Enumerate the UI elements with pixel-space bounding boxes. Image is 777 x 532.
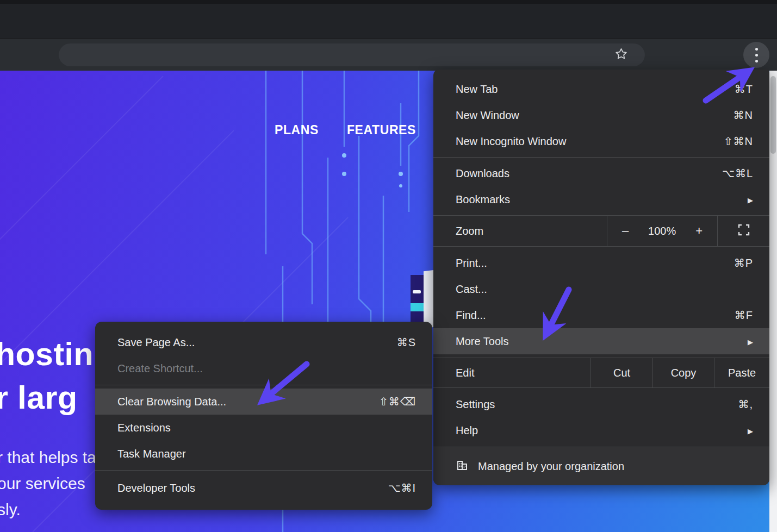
shortcut-label: ⇧⌘⌫ bbox=[379, 395, 416, 408]
managed-label: Managed by your organization bbox=[478, 460, 624, 473]
menu-item-label: Downloads bbox=[456, 167, 722, 180]
menu-item-more-tools[interactable]: More Tools▶ bbox=[433, 328, 769, 354]
submenu-arrow-icon: ▶ bbox=[748, 427, 753, 435]
menu-item-print[interactable]: Print...⌘P bbox=[433, 250, 769, 276]
main-menu-section-3: Print...⌘PCast...Find...⌘FMore Tools▶ bbox=[433, 247, 769, 358]
shortcut-label: ⌘, bbox=[738, 398, 753, 411]
star-outline-icon bbox=[614, 47, 629, 64]
nav-item-plans[interactable]: PLANS bbox=[275, 123, 319, 137]
menu-item-label: Settings bbox=[456, 398, 738, 411]
zoom-out-button[interactable]: – bbox=[622, 224, 629, 238]
menu-item-label: Help bbox=[456, 424, 748, 437]
shortcut-label: ⌘F bbox=[735, 309, 753, 322]
shortcut-label: ⌥⌘L bbox=[722, 167, 753, 180]
nav-item-features[interactable]: FEATURES bbox=[347, 123, 416, 137]
menu-item-extensions[interactable]: Extensions bbox=[95, 415, 432, 441]
menu-item-zoom: Zoom–100%+ bbox=[433, 216, 769, 246]
site-nav: PLANS FEATURES bbox=[275, 123, 416, 137]
hero-heading-line2: r larg bbox=[0, 376, 94, 420]
menu-item-edit: EditCutCopyPaste bbox=[433, 358, 769, 387]
menu-item-label: Create Shortcut... bbox=[117, 362, 416, 375]
menu-item-label: New Window bbox=[456, 109, 734, 122]
menu-item-task-manager[interactable]: Task Manager bbox=[95, 441, 432, 467]
menu-item-label: Save Page As... bbox=[117, 336, 397, 349]
menu-item-label: Cast... bbox=[456, 283, 753, 296]
menu-item-label: Task Manager bbox=[117, 448, 416, 460]
submenu-section-2: Developer Tools⌥⌘I bbox=[95, 471, 432, 510]
browser-chrome bbox=[0, 0, 777, 71]
more-tools-submenu: Save Page As...⌘SCreate Shortcut...Clear… bbox=[95, 322, 432, 510]
submenu-section-1: Clear Browsing Data...⇧⌘⌫ExtensionsTask … bbox=[95, 385, 432, 470]
main-menu-section-0: New Tab⌘TNew Window⌘NNew Incognito Windo… bbox=[433, 70, 769, 157]
menu-item-label: Extensions bbox=[117, 422, 416, 434]
menu-item-label: Developer Tools bbox=[117, 482, 388, 495]
menu-item-label: Bookmarks bbox=[456, 193, 748, 206]
bookmark-star-button[interactable] bbox=[609, 44, 633, 66]
browser-menu-button[interactable] bbox=[743, 42, 769, 68]
edit-label: Edit bbox=[433, 358, 590, 387]
cut-button[interactable]: Cut bbox=[590, 358, 652, 387]
menu-item-settings[interactable]: Settings⌘, bbox=[433, 391, 769, 417]
submenu-arrow-icon: ▶ bbox=[748, 196, 753, 204]
zoom-controls: –100%+ bbox=[607, 216, 717, 246]
shortcut-label: ⌘S bbox=[397, 336, 416, 349]
hero-body-text: r that helps ta our services sly. bbox=[0, 445, 96, 523]
zoom-level-value: 100% bbox=[648, 225, 676, 237]
menu-item-label: Find... bbox=[456, 309, 735, 322]
menu-item-cast[interactable]: Cast... bbox=[433, 276, 769, 302]
browser-toolbar bbox=[0, 39, 777, 71]
hero-heading: hostin r larg bbox=[0, 333, 94, 420]
menu-item-developer-tools[interactable]: Developer Tools⌥⌘I bbox=[95, 475, 432, 501]
menu-item-label: New Incognito Window bbox=[456, 135, 724, 148]
shortcut-label: ⌥⌘I bbox=[388, 481, 416, 495]
menu-item-new-incognito-window[interactable]: New Incognito Window⇧⌘N bbox=[433, 128, 769, 154]
shortcut-label: ⌘T bbox=[735, 83, 753, 96]
shortcut-label: ⇧⌘N bbox=[724, 135, 753, 148]
menu-item-label: Print... bbox=[456, 257, 734, 270]
menu-item-find[interactable]: Find...⌘F bbox=[433, 302, 769, 328]
page-scrollbar-thumb[interactable] bbox=[770, 76, 776, 154]
hero-body-line3: sly. bbox=[0, 497, 96, 523]
main-menu-section-5: Settings⌘,Help▶ bbox=[433, 388, 769, 447]
shortcut-label: ⌘P bbox=[734, 256, 753, 270]
hero-body-line2: our services bbox=[0, 471, 96, 497]
zoom-in-button[interactable]: + bbox=[695, 224, 703, 238]
shortcut-label: ⌘N bbox=[734, 109, 753, 122]
paste-button[interactable]: Paste bbox=[714, 358, 769, 387]
menu-item-label: Clear Browsing Data... bbox=[117, 396, 379, 408]
zoom-label: Zoom bbox=[433, 216, 607, 246]
menu-item-downloads[interactable]: Downloads⌥⌘L bbox=[433, 160, 769, 186]
menu-item-label: New Tab bbox=[456, 83, 735, 96]
menu-item-create-shortcut: Create Shortcut... bbox=[95, 355, 432, 381]
main-menu-section-1: Downloads⌥⌘LBookmarks▶ bbox=[433, 158, 769, 215]
address-bar[interactable] bbox=[59, 43, 645, 66]
copy-button[interactable]: Copy bbox=[652, 358, 714, 387]
page-scrollbar-track[interactable] bbox=[769, 71, 777, 532]
submenu-section-0: Save Page As...⌘SCreate Shortcut... bbox=[95, 322, 432, 385]
tab-strip bbox=[0, 4, 777, 39]
submenu-arrow-icon: ▶ bbox=[748, 338, 753, 346]
menu-item-clear-browsing-data[interactable]: Clear Browsing Data...⇧⌘⌫ bbox=[95, 389, 432, 415]
menu-item-new-window[interactable]: New Window⌘N bbox=[433, 102, 769, 128]
kebab-menu-icon bbox=[755, 48, 758, 62]
menu-item-new-tab[interactable]: New Tab⌘T bbox=[433, 76, 769, 102]
fullscreen-button[interactable] bbox=[717, 216, 769, 246]
chrome-main-menu: New Tab⌘TNew Window⌘NNew Incognito Windo… bbox=[433, 70, 769, 485]
hero-heading-line1: hostin bbox=[0, 333, 94, 376]
managed-by-organization-item[interactable]: Managed by your organization bbox=[433, 447, 769, 485]
menu-item-save-page-as[interactable]: Save Page As...⌘S bbox=[95, 329, 432, 355]
organization-building-icon bbox=[456, 459, 469, 474]
fullscreen-icon bbox=[738, 224, 750, 239]
hero-body-line1: r that helps ta bbox=[0, 445, 96, 471]
menu-item-help[interactable]: Help▶ bbox=[433, 417, 769, 443]
menu-item-bookmarks[interactable]: Bookmarks▶ bbox=[433, 186, 769, 212]
system-strip bbox=[0, 0, 777, 4]
server-tower-illustration bbox=[411, 271, 434, 328]
menu-item-label: More Tools bbox=[456, 335, 748, 348]
